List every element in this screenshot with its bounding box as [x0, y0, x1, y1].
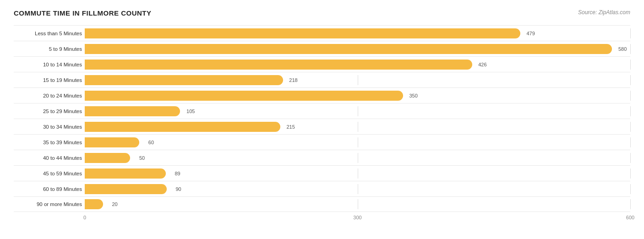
bar-label: 60 to 89 Minutes	[14, 186, 85, 192]
bar-container: 479	[85, 28, 630, 38]
bar-label: 40 to 44 Minutes	[14, 155, 85, 161]
bar: 20	[85, 199, 103, 209]
bar-label: 10 to 14 Minutes	[14, 62, 85, 67]
bar-label: Less than 5 Minutes	[14, 31, 85, 36]
bar-value-label: 215	[286, 124, 295, 130]
bar-row: 90 or more Minutes20	[14, 196, 630, 212]
bar: 105	[85, 106, 180, 116]
bar-value-label: 105	[186, 109, 195, 114]
bar: 50	[85, 153, 130, 163]
bar-value-label: 580	[618, 46, 627, 52]
bar-value-label: 350	[409, 93, 417, 98]
bar: 580	[85, 44, 612, 54]
bar: 90	[85, 184, 167, 194]
bar-label: 20 to 24 Minutes	[14, 93, 85, 98]
bar-row: 25 to 29 Minutes105	[14, 103, 630, 119]
bar-row: 30 to 34 Minutes215	[14, 119, 630, 134]
bar: 350	[85, 91, 403, 101]
bar-value-label: 89	[175, 171, 180, 176]
bar: 426	[85, 60, 472, 70]
bar-container: 580	[85, 44, 630, 54]
bar-value-label: 218	[289, 77, 297, 83]
bar-container: 60	[85, 137, 630, 147]
chart-header: COMMUTE TIME IN FILLMORE COUNTY Source: …	[14, 9, 630, 17]
chart-area: Less than 5 Minutes4795 to 9 Minutes5801…	[14, 25, 630, 212]
x-tick-label: 0	[83, 215, 86, 220]
chart-title: COMMUTE TIME IN FILLMORE COUNTY	[14, 9, 151, 17]
bar-row: 60 to 89 Minutes90	[14, 181, 630, 196]
bar: 479	[85, 28, 520, 38]
bar-label: 5 to 9 Minutes	[14, 46, 85, 52]
bar-row: 45 to 59 Minutes89	[14, 165, 630, 181]
bar-container: 218	[85, 75, 630, 85]
x-axis: 0300600	[85, 215, 630, 224]
bar-label: 45 to 59 Minutes	[14, 171, 85, 176]
bar-label: 35 to 39 Minutes	[14, 140, 85, 145]
bar-value-label: 90	[175, 186, 181, 192]
bar: 60	[85, 137, 139, 147]
bar-label: 25 to 29 Minutes	[14, 109, 85, 114]
bar-label: 15 to 19 Minutes	[14, 77, 85, 83]
bar-container: 20	[85, 199, 630, 209]
bar-container: 90	[85, 184, 630, 194]
bar-container: 350	[85, 91, 630, 101]
bar-row: 40 to 44 Minutes50	[14, 150, 630, 165]
bar: 89	[85, 168, 166, 179]
bar-value-label: 20	[112, 201, 117, 207]
bar-row: 5 to 9 Minutes580	[14, 41, 630, 56]
bar-row: 15 to 19 Minutes218	[14, 72, 630, 87]
x-tick-label: 600	[626, 215, 634, 220]
x-tick-label: 300	[353, 215, 361, 220]
bar-row: Less than 5 Minutes479	[14, 25, 630, 41]
bar-value-label: 50	[139, 155, 145, 161]
bar-row: 35 to 39 Minutes60	[14, 134, 630, 150]
bar-value-label: 479	[526, 31, 535, 36]
chart-wrapper: Less than 5 Minutes4795 to 9 Minutes5801…	[14, 25, 630, 224]
bar-label: 30 to 34 Minutes	[14, 124, 85, 130]
bar-value-label: 426	[478, 62, 486, 67]
bar-container: 105	[85, 106, 630, 116]
bar: 215	[85, 122, 280, 132]
bar-label: 90 or more Minutes	[14, 201, 85, 207]
bar-row: 20 to 24 Minutes350	[14, 87, 630, 103]
bar-value-label: 60	[148, 140, 154, 145]
bar-container: 215	[85, 122, 630, 132]
bar-container: 50	[85, 153, 630, 163]
source-label: Source: ZipAtlas.com	[578, 9, 630, 16]
bar-container: 426	[85, 60, 630, 70]
bar: 218	[85, 75, 283, 85]
bar-row: 10 to 14 Minutes426	[14, 56, 630, 72]
bar-container: 89	[85, 168, 630, 179]
